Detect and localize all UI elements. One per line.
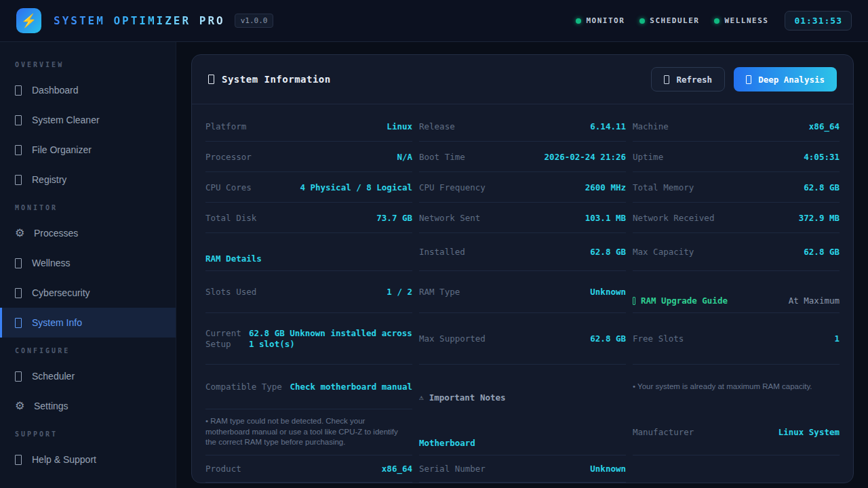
info-value: 372.9 MB [799,213,840,223]
info-row-ram-type: RAM TypeUnknown [419,271,626,313]
info-row-boot-time: Boot Time2026-02-24 21:26 [419,142,626,172]
info-value: Unknown [590,464,626,474]
info-label: CPU Cores [205,182,252,192]
sidebar-item-file-organizer[interactable]: File Organizer [0,135,176,165]
info-label: Total Disk [205,213,256,223]
info-label: Network Received [633,213,714,223]
info-row-current-setup: Current Setup62.8 GB Unknown installed a… [205,313,412,365]
info-value: 62.8 GB [804,247,840,257]
info-row-serial-number: Serial NumberUnknown [419,455,626,483]
status-label: SCHEDULER [650,16,699,25]
info-label: Max Supported [419,333,486,344]
section-heading-text: Important Notes [429,392,506,403]
sidebar-item-label: System Cleaner [32,115,100,125]
empty-cell [633,455,840,483]
info-label: CPU Frequency [419,182,486,192]
info-row-max-capacity: Max Capacity62.8 GB [633,233,840,271]
info-value: 73.7 GB [376,213,412,223]
sidebar-item-label: Settings [34,401,68,411]
info-value: Linux System [778,427,840,437]
section-heading-status: At Maximum [789,296,840,306]
deep-analysis-button[interactable]: Deep Analysis [734,67,837,92]
sidebar-item-scheduler[interactable]: Scheduler [0,361,176,391]
status-dot-icon [714,18,719,24]
version-badge: v1.0.0 [235,14,274,28]
sidebar-item-label: Processes [34,228,78,239]
info-value: 2026-02-24 21:26 [545,152,626,162]
note-text: • RAM type could not be detected. Check … [205,409,412,455]
sidebar-item-label: Wellness [32,258,71,268]
info-row-release: Release6.14.11 [419,111,626,142]
info-row-installed: Installed62.8 GB [419,233,626,271]
info-row-network-received: Network Received372.9 MB [633,203,840,233]
scheduler-icon [15,371,22,382]
info-value: Check motherboard manual [290,382,412,392]
info-label: Manufacturer [633,427,694,437]
lightning-icon: ⚡ [21,13,37,28]
folder-icon [15,145,22,155]
info-row-cpu-frequency: CPU Frequency2600 MHz [419,172,626,203]
section-heading-content: ⚠Important Notes [419,392,506,403]
info-value: 62.8 GB [804,182,840,192]
sidebar-item-processes[interactable]: ⚙Processes [0,218,176,248]
info-value: 6.14.11 [590,121,626,131]
sidebar-item-cybersecurity[interactable]: Cybersecurity [0,278,176,308]
info-row-platform: PlatformLinux [205,111,412,142]
cleaner-icon [15,115,22,125]
section-heading-motherboard: Motherboard [419,409,626,455]
sidebar-item-settings[interactable]: ⚙Settings [0,391,176,421]
info-label: Current Setup [205,328,245,350]
info-label: Processor [205,152,252,162]
sidebar: OVERVIEWDashboardSystem CleanerFile Orga… [0,42,176,488]
info-label: Platform [205,121,246,131]
info-label: Total Memory [633,182,694,192]
section-heading-text: RAM Details [205,253,262,264]
sidebar-item-wellness[interactable]: Wellness [0,248,176,278]
sidebar-item-system-info[interactable]: System Info [0,308,176,338]
gear-icon: ⚙ [15,401,24,411]
refresh-icon [664,75,669,84]
info-label: Max Capacity [633,247,694,257]
sidebar-item-help-support[interactable]: Help & Support [0,445,176,474]
arrow-up-icon [633,297,635,305]
warning-icon: ⚠ [419,394,424,401]
info-label: Network Sent [419,213,480,223]
app-title: SYSTEM OPTIMIZER PRO [54,14,225,27]
section-heading-ram-upgrade-guide: RAM Upgrade GuideAt Maximum [633,271,840,313]
info-label: Free Slots [633,333,684,344]
info-label: Release [419,121,455,131]
info-label: Serial Number [419,464,486,474]
info-row-slots-used: Slots Used1 / 2 [205,271,412,313]
info-value: 1 / 2 [387,287,412,297]
info-label: RAM Type [419,287,460,297]
info-row-manufacturer: ManufacturerLinux System [633,409,840,455]
sidebar-item-label: Help & Support [32,454,96,465]
refresh-button[interactable]: Refresh [651,67,725,92]
sidebar-item-dashboard[interactable]: Dashboard [0,75,176,105]
main-content: System Information Refresh Deep Analysis… [176,42,868,488]
sidebar-item-label: Dashboard [32,85,79,96]
status-label: MONITOR [586,16,625,25]
sidebar-section-support: SUPPORT [0,421,176,445]
sidebar-item-registry[interactable]: Registry [0,165,176,195]
info-column-3: Machinex86_64Uptime4:05:31Total Memory62… [633,111,840,483]
sidebar-item-label: System Info [32,317,82,328]
info-label: Compatible Type [205,382,282,392]
info-row-machine: Machinex86_64 [633,111,840,142]
status-indicator-scheduler: SCHEDULER [639,16,699,25]
card-header: System Information Refresh Deep Analysis [192,55,853,104]
sidebar-item-label: File Organizer [32,144,92,155]
info-label: Uptime [633,152,663,162]
info-row-total-disk: Total Disk73.7 GB [205,203,412,233]
sidebar-item-system-cleaner[interactable]: System Cleaner [0,105,176,135]
info-column-1: PlatformLinuxProcessorN/ACPU Cores4 Phys… [205,111,412,483]
sidebar-section-overview: OVERVIEW [0,52,176,75]
info-label: Product [205,464,241,474]
analysis-icon [746,75,751,84]
info-row-total-memory: Total Memory62.8 GB [633,172,840,203]
info-value: 62.8 GB [590,247,626,257]
info-label: Boot Time [419,152,465,162]
info-row-cpu-cores: CPU Cores4 Physical / 8 Logical [205,172,412,203]
info-value: 2600 MHz [585,182,626,192]
card-title: System Information [208,74,331,85]
